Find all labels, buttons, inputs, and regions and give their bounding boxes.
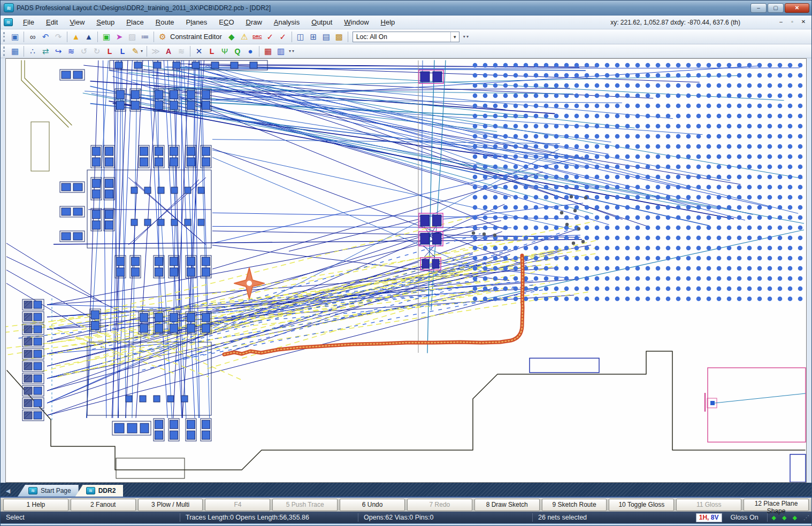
fkey-12-place-plane-shape[interactable]: 12 Place Plane Shape: [744, 499, 809, 511]
toolbar-standard: ▣∞↶↷▲▲▣➤▨≔⚙Constraint Editor◆⚠DRC✓✓◫⊞▤▩L…: [1, 29, 811, 44]
menu-analysis[interactable]: Analysis: [268, 17, 305, 28]
netlines-icon[interactable]: ∴: [26, 45, 39, 57]
toolbar-grip[interactable]: [3, 32, 6, 42]
fkey-1-help[interactable]: 1 Help: [3, 499, 68, 511]
restore-button[interactable]: ▢: [768, 3, 784, 13]
toolbar-separator: [24, 46, 24, 57]
layer-set-icon[interactable]: ▥: [274, 45, 287, 57]
display-colors-icon[interactable]: ▦: [9, 45, 21, 57]
pad-grid-icon[interactable]: ▦: [262, 45, 274, 57]
menu-view[interactable]: View: [64, 17, 90, 28]
netlines: [6, 60, 804, 422]
fanout-icon: ≫: [149, 45, 162, 57]
pcb-artwork: [6, 59, 806, 482]
renumber-icon[interactable]: ≔: [139, 31, 151, 43]
tab-ddr2[interactable]: ≋ DDR2: [75, 485, 124, 497]
board-display-icon[interactable]: ▣: [100, 31, 113, 43]
toolbar-options-2-overflow-icon[interactable]: ▾ ▾: [288, 49, 295, 53]
tune-icon[interactable]: A: [162, 45, 175, 57]
copy-view-icon[interactable]: ⊞: [307, 31, 320, 43]
toolbar-route: ▦∴⇄↪≋↺↻LL✎▾≫A≋✕LΨQ●▦▥▾ ▾: [1, 44, 811, 58]
mdi-close-button[interactable]: ✕: [799, 18, 808, 26]
menu-window[interactable]: Window: [338, 17, 374, 28]
add-via-icon[interactable]: ●: [244, 45, 257, 57]
statusbar: Select Traces Length:0 Opens Length:56,3…: [1, 512, 811, 523]
status-nets-selected: 26 nets selected: [533, 514, 693, 521]
tab-start-page[interactable]: ≋ Start Page: [18, 485, 79, 497]
loop-route-icon: ↺: [78, 45, 90, 57]
selection-arrow-icon[interactable]: ➤: [113, 31, 126, 43]
angle-mode-icon[interactable]: L: [205, 45, 218, 57]
titlebar: ≋ PADS Professional Layout C:\Designs\DD…: [1, 1, 811, 16]
menubar: ≋ FileEditViewSetupPlaceRoutePlanesECODr…: [1, 16, 811, 29]
preview-icon[interactable]: ◫: [294, 31, 307, 43]
document-icon: ≋: [4, 18, 13, 26]
report-icon[interactable]: ▤: [320, 31, 333, 43]
fkey-9-sketch-route[interactable]: 9 Sketch Route: [542, 499, 607, 511]
window-bottom-edge: [1, 523, 811, 526]
sketch-pencil-icon[interactable]: ✎: [129, 45, 142, 57]
cursor-coordinates: xy: 221.62, 1,052.87 dxdy: -870.44, 637.…: [610, 19, 775, 26]
gloss-tool-icon[interactable]: Q: [231, 45, 244, 57]
toolbar-separator: [97, 32, 98, 42]
status-gloss-mode[interactable]: Gloss On: [725, 514, 767, 521]
save-icon[interactable]: ▣: [9, 31, 21, 43]
route-arc-icon[interactable]: ↪: [52, 45, 65, 57]
board-outline: [7, 60, 805, 478]
fkey-8-draw-sketch[interactable]: 8 Draw Sketch: [474, 499, 540, 511]
menu-edit[interactable]: Edit: [40, 17, 64, 28]
status-lengths: Traces Length:0 Opens Length:56,355.86: [180, 514, 358, 521]
bus-route-icon[interactable]: L: [116, 45, 129, 57]
mdi-minimize-button[interactable]: –: [776, 18, 786, 26]
menu-route[interactable]: Route: [150, 17, 180, 28]
toolbar-separator: [259, 46, 259, 57]
tab-scroll-left-icon[interactable]: ◀: [3, 485, 13, 496]
smooth-icon: ≋: [175, 45, 188, 57]
components: [22, 60, 443, 441]
menu-planes[interactable]: Planes: [180, 17, 213, 28]
resize-grip[interactable]: ⋰: [803, 514, 811, 521]
menu-help[interactable]: Help: [375, 17, 401, 28]
menu-draw[interactable]: Draw: [240, 17, 268, 28]
toolbar-options-1-overflow-icon[interactable]: ▾ ▾: [463, 34, 469, 39]
pads-file-icon: ≋: [86, 487, 95, 494]
constraint-editor-label[interactable]: Constraint Editor: [170, 33, 222, 41]
test-points-icon[interactable]: Ψ: [218, 45, 231, 57]
menu-output[interactable]: Output: [305, 17, 338, 28]
hazard-ok-icon[interactable]: ◆: [225, 31, 238, 43]
find-icon[interactable]: ∞: [26, 31, 39, 43]
toolbar-grip[interactable]: [3, 47, 6, 56]
corner-route-icon[interactable]: L: [103, 45, 116, 57]
grid-indicator[interactable]: 1H, 8V: [696, 513, 722, 522]
undo-icon[interactable]: ↶: [39, 31, 52, 43]
mdi-restore-button[interactable]: ▫: [787, 18, 797, 26]
layer-visibility-dropdown[interactable]: Loc: All On▼: [353, 32, 459, 42]
pcb-canvas[interactable]: [5, 58, 807, 483]
menu-place[interactable]: Place: [120, 17, 150, 28]
fkey-10-toggle-gloss[interactable]: 10 Toggle Gloss: [609, 499, 674, 511]
layer-visibility-dropdown-value: Loc: All On: [353, 33, 450, 41]
toolbar-separator: [190, 46, 190, 57]
drc-icon[interactable]: DRC: [251, 31, 264, 43]
multi-route-icon[interactable]: ≋: [65, 45, 78, 57]
constraint-editor-icon[interactable]: ⚙: [156, 31, 169, 43]
chevron-down-icon[interactable]: ▼: [450, 32, 459, 42]
dff-check-icon[interactable]: ✓: [277, 31, 289, 43]
chevron-down-icon[interactable]: ▾: [141, 49, 143, 53]
menu-file[interactable]: File: [17, 17, 40, 28]
bottom-view-icon[interactable]: ▲: [70, 31, 82, 43]
close-button[interactable]: ✕: [785, 3, 809, 13]
select-trace-icon[interactable]: ✕: [193, 45, 205, 57]
drb-check-icon[interactable]: ✓: [264, 31, 277, 43]
menu-setup[interactable]: Setup: [90, 17, 120, 28]
properties-icon[interactable]: ▩: [333, 31, 346, 43]
fkey-6-undo[interactable]: 6 Undo: [340, 499, 405, 511]
fkey-3-plow-multi[interactable]: 3 Plow / Multi: [138, 499, 203, 511]
swap-view-icon[interactable]: ▲: [82, 31, 95, 43]
hazard-warning-icon[interactable]: ⚠: [238, 31, 251, 43]
toolbar-separator: [67, 32, 67, 42]
net-topology-icon[interactable]: ⇄: [39, 45, 52, 57]
fkey-2-fanout[interactable]: 2 Fanout: [71, 499, 136, 511]
menu-eco[interactable]: ECO: [213, 17, 240, 28]
minimize-button[interactable]: –: [750, 3, 767, 13]
